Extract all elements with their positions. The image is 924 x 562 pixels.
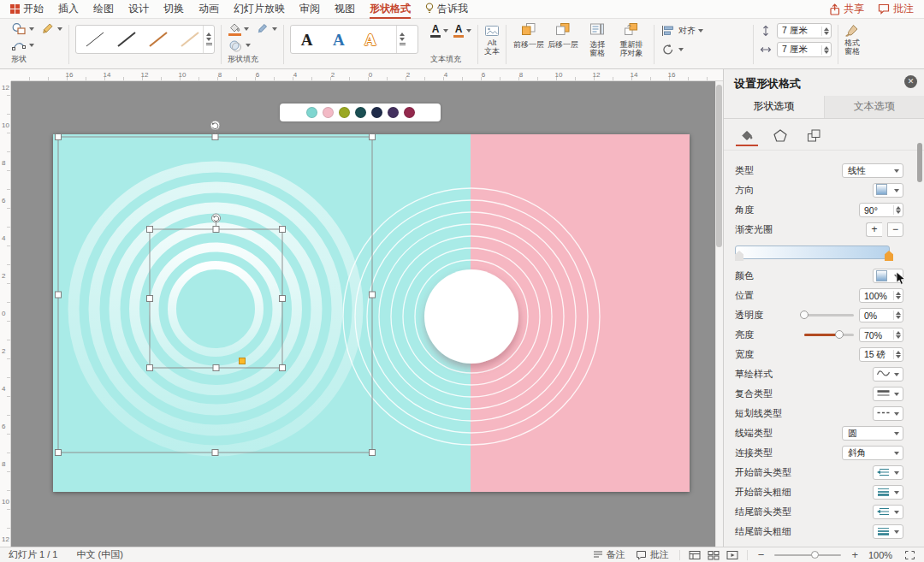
fit-slide-icon[interactable] [904,550,915,560]
wordart-sample-outline[interactable]: A [364,32,376,48]
wordart-gallery[interactable]: A A A [290,25,418,54]
zoom-percentage[interactable]: 100% [868,550,894,560]
sketch-style-dropdown[interactable] [873,367,903,382]
comments-button-status[interactable]: 批注 [636,548,669,561]
type-dropdown[interactable]: 线性 [842,163,903,178]
format-pane-button[interactable]: 格式窗格 [844,22,860,56]
vertical-ruler[interactable]: 12108642024681012 [0,81,11,547]
gradient-stops-remove-button[interactable]: − [887,222,903,237]
zoom-out-button[interactable]: − [758,549,765,560]
adjustment-handle[interactable] [240,358,246,364]
stepper-arrows[interactable] [893,291,903,300]
menu-tab-draw[interactable]: 绘图 [93,0,114,19]
join-type-dropdown[interactable]: 斜角 [842,446,903,460]
size-properties-tab[interactable] [803,126,825,146]
wordart-sample-blue[interactable]: A [333,32,345,48]
bring-forward-button[interactable]: 前移一层 [512,22,545,67]
slideshow-view-icon[interactable] [726,550,738,560]
send-backward-button[interactable]: 后移一层 [547,22,579,67]
gradient-stop-start[interactable] [735,251,743,261]
theme-color-swatch-7[interactable] [404,107,415,118]
gradient-bar[interactable] [735,246,890,259]
cap-type-dropdown[interactable]: 圆 [842,426,903,441]
stepper-arrows[interactable] [893,350,903,359]
scrollbar-thumb[interactable] [716,85,722,247]
shape-width-field[interactable]: 7 厘米 [777,42,832,57]
menu-tab-transitions[interactable]: 切换 [163,0,184,19]
direction-dropdown[interactable] [873,183,903,198]
begin-arrow-size-dropdown[interactable] [873,485,903,500]
reorder-objects-button[interactable]: 重新排序对象 [615,22,648,67]
wordart-sample-black[interactable]: A [301,32,313,48]
menu-tab-view[interactable]: 视图 [335,0,355,19]
canvas-scrollbar[interactable] [715,81,723,547]
text-outline-button[interactable]: A [453,24,471,38]
language-indicator[interactable]: 中文 (中国) [76,548,122,561]
edit-shape-button[interactable] [11,38,34,52]
compound-type-dropdown[interactable] [873,387,903,401]
position-stepper[interactable]: 100% [859,288,903,303]
theme-color-swatch-1[interactable] [306,107,317,118]
insert-shape-button[interactable] [11,22,34,36]
theme-color-swatch-2[interactable] [323,107,334,118]
shape-fill-button[interactable] [228,22,249,36]
notes-button[interactable]: 备注 [593,548,625,561]
dash-type-dropdown[interactable] [873,406,903,421]
gradient-stop-end-selected[interactable] [885,251,893,261]
theme-color-swatch-6[interactable] [388,107,399,118]
zoom-slider[interactable] [774,554,841,556]
share-button[interactable]: 共享 [829,2,864,16]
theme-color-swatch-4[interactable] [355,107,366,118]
angle-stepper[interactable]: 90° [859,203,903,217]
gradient-stops-add-button[interactable]: + [866,222,882,237]
color-dropdown[interactable] [873,269,903,283]
rotate-button[interactable] [660,43,684,56]
selection-pane-button[interactable]: 选择窗格 [581,22,613,67]
stepper-arrows[interactable] [821,27,831,36]
stepper-arrows[interactable] [821,45,831,55]
slide-sorter-view-icon[interactable] [708,550,720,560]
menu-tab-home[interactable]: 开始 [10,0,44,19]
begin-arrow-type-dropdown[interactable] [873,465,903,480]
stepper-arrows[interactable] [893,205,903,215]
theme-color-swatch-3[interactable] [339,107,350,118]
transparency-slider[interactable] [804,314,854,316]
text-fill-button[interactable]: A [430,24,448,38]
brightness-slider-thumb[interactable] [835,330,844,339]
zoom-in-button[interactable]: + [851,549,858,560]
menu-tab-animations[interactable]: 动画 [198,0,219,19]
comments-button[interactable]: 批注 [878,2,914,16]
theme-color-swatch-5[interactable] [371,107,382,118]
shape-effects-button[interactable] [228,38,251,52]
normal-view-icon[interactable] [689,550,701,560]
effects-tab[interactable] [769,126,791,146]
brightness-slider[interactable] [804,334,854,336]
slide-counter[interactable]: 幻灯片 1 / 1 [9,548,57,561]
stepper-arrows[interactable] [893,311,903,320]
menu-tab-shape-format[interactable]: 形状格式 [370,0,411,19]
menu-tab-design[interactable]: 设计 [128,0,149,19]
shape-outline-button[interactable] [254,22,277,36]
panel-tab-shape-options[interactable]: 形状选项 [724,96,824,118]
menu-tab-review[interactable]: 审阅 [299,0,320,19]
menu-tab-insert[interactable]: 插入 [58,0,79,19]
slide-canvas[interactable] [53,134,690,492]
shape-style-gallery[interactable] [75,25,215,54]
horizontal-ruler[interactable]: 1614121086420246810121416 [11,69,723,81]
transparency-stepper[interactable]: 0% [859,308,903,322]
menu-tab-slideshow[interactable]: 幻灯片放映 [234,0,285,19]
align-button[interactable]: 对齐 [660,24,703,38]
zoom-slider-thumb[interactable] [811,551,819,559]
fill-line-tab[interactable] [736,126,758,146]
panel-scrollbar[interactable] [917,143,922,182]
end-arrow-type-dropdown[interactable] [873,505,903,519]
gallery-more-button[interactable] [396,26,407,53]
brightness-stepper[interactable]: 70% [859,328,903,342]
close-panel-button[interactable]: ✕ [904,75,917,88]
draw-pen-button[interactable] [39,22,62,36]
end-arrow-size-dropdown[interactable] [873,524,903,539]
alt-text-button[interactable]: Alt文本 [484,22,500,56]
width-stepper[interactable]: 15 磅 [859,347,903,362]
panel-tab-text-options[interactable]: 文本选项 [824,96,924,118]
gallery-more-button[interactable] [203,26,214,53]
